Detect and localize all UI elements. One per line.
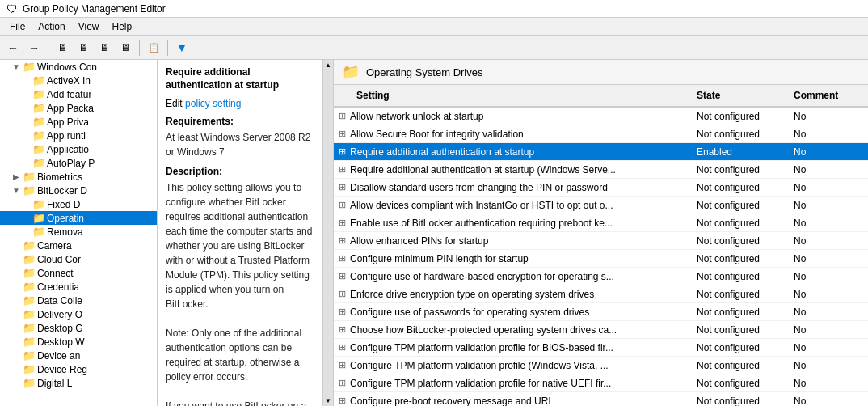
setting-name-1: Allow Secure Boot for integrity validati… xyxy=(350,129,690,140)
tree-label-add-featur: Add featur xyxy=(47,89,91,100)
tree-item-data-colle[interactable]: 📁Data Colle xyxy=(0,294,157,307)
toolbar: ← → 🖥 🖥 🖥 🖥 📋 ▼ xyxy=(0,36,868,60)
setting-row[interactable]: ⊞Disallow standard users from changing t… xyxy=(334,179,868,197)
tree-item-desktop-g[interactable]: 📁Desktop G xyxy=(0,321,157,335)
description-panel: Require additional authentication at sta… xyxy=(158,60,323,406)
desc-edit-label: Edit xyxy=(166,98,183,109)
setting-comment-16: No xyxy=(787,395,868,407)
setting-state-1: Not configured xyxy=(690,129,787,140)
setting-icon-14: ⊞ xyxy=(334,360,350,370)
toolbar-btn-1[interactable]: 🖥 xyxy=(53,38,72,57)
tree-item-add-featur[interactable]: 📁Add featur xyxy=(0,87,157,101)
folder-icon-credentia: 📁 xyxy=(23,281,36,293)
tree-item-autoplay[interactable]: 📁AutoPlay P xyxy=(0,156,157,170)
tree-item-desktop-w[interactable]: 📁Desktop W xyxy=(0,335,157,349)
setting-icon-1: ⊞ xyxy=(334,129,350,139)
tree-label-camera: Camera xyxy=(37,240,72,252)
tree-label-autoplay: AutoPlay P xyxy=(47,158,95,169)
setting-name-4: Disallow standard users from changing th… xyxy=(350,182,690,193)
tree-item-app-runti[interactable]: 📁App runti xyxy=(0,129,157,142)
setting-row[interactable]: ⊞Allow network unlock at startupNot conf… xyxy=(334,108,868,125)
menu-view[interactable]: View xyxy=(72,19,106,34)
setting-row[interactable]: ⊞Enable use of BitLocker authentication … xyxy=(334,214,868,232)
setting-state-3: Not configured xyxy=(690,164,787,176)
filter-button[interactable]: ▼ xyxy=(172,38,192,57)
tree-item-device-an[interactable]: 📁Device an xyxy=(0,349,157,362)
folder-icon-fixed-d: 📁 xyxy=(32,198,45,210)
folder-icon-connect: 📁 xyxy=(23,267,36,279)
scroll-down-icon[interactable]: ▼ xyxy=(325,397,331,404)
tree-label-desktop-w: Desktop W xyxy=(37,336,85,348)
setting-comment-8: No xyxy=(787,253,868,264)
setting-row[interactable]: ⊞Enforce drive encryption type on operat… xyxy=(334,285,868,303)
tree-item-app-packa[interactable]: 📁App Packa xyxy=(0,101,157,115)
tree-item-connect[interactable]: 📁Connect xyxy=(0,266,157,280)
menu-help[interactable]: Help xyxy=(106,19,139,34)
menu-file[interactable]: File xyxy=(3,19,32,34)
toolbar-btn-2[interactable]: 🖥 xyxy=(74,38,93,57)
setting-row[interactable]: ⊞Configure minimum PIN length for startu… xyxy=(334,250,868,268)
setting-row[interactable]: ⊞Configure TPM platform validation profi… xyxy=(334,374,868,392)
setting-icon-8: ⊞ xyxy=(334,253,350,264)
setting-row[interactable]: ⊞Configure use of passwords for operatin… xyxy=(334,303,868,321)
setting-name-9: Configure use of hardware-based encrypti… xyxy=(350,271,690,282)
setting-state-7: Not configured xyxy=(690,235,787,247)
col-header-setting[interactable]: Setting xyxy=(350,90,690,101)
tree-item-digital-l[interactable]: 📁Digital L xyxy=(0,376,157,390)
tree-label-device-an: Device an xyxy=(37,350,80,362)
tree-item-device-reg[interactable]: 📁Device Reg xyxy=(0,362,157,376)
folder-header: 📁 Operating System Drives xyxy=(334,60,868,85)
tree-item-cloud-cor[interactable]: 📁Cloud Cor xyxy=(0,252,157,266)
setting-row[interactable]: ⊞Configure pre-boot recovery message and… xyxy=(334,392,868,406)
title-bar: 🛡 Group Policy Management Editor xyxy=(0,0,868,18)
setting-state-0: Not configured xyxy=(690,111,787,122)
tree-item-bitlocker[interactable]: ▼📁BitLocker D xyxy=(0,184,157,197)
setting-name-12: Choose how BitLocker-protected operating… xyxy=(350,324,690,336)
folder-icon-remova: 📁 xyxy=(32,226,45,238)
setting-icon-5: ⊞ xyxy=(334,200,350,210)
tree-expander-bitlocker[interactable]: ▼ xyxy=(10,186,23,195)
tree-item-camera[interactable]: 📁Camera xyxy=(0,239,157,252)
setting-row[interactable]: ⊞Choose how BitLocker-protected operatin… xyxy=(334,321,868,339)
tree-label-fixed-d: Fixed D xyxy=(47,199,80,210)
setting-row[interactable]: ⊞Require additional authentication at st… xyxy=(334,143,868,161)
folder-icon-autoplay: 📁 xyxy=(32,157,45,169)
tree-item-windows-con[interactable]: ▼📁Windows Con xyxy=(0,60,157,74)
setting-row[interactable]: ⊞Configure TPM platform validation profi… xyxy=(334,339,868,357)
tree-item-fixed-d[interactable]: 📁Fixed D xyxy=(0,197,157,211)
forward-button[interactable]: → xyxy=(24,38,44,57)
setting-row[interactable]: ⊞Allow enhanced PINs for startupNot conf… xyxy=(334,232,868,250)
toolbar-btn-4[interactable]: 🖥 xyxy=(116,38,135,57)
setting-state-9: Not configured xyxy=(690,271,787,282)
desc-scroll[interactable]: ▲ ▼ xyxy=(323,60,333,406)
folder-icon-desktop-w: 📁 xyxy=(23,336,36,348)
folder-icon-bitlocker: 📁 xyxy=(23,184,36,197)
setting-row[interactable]: ⊞Require additional authentication at st… xyxy=(334,161,868,179)
tree-item-applicatio[interactable]: 📁Applicatio xyxy=(0,142,157,156)
desc-policy-link[interactable]: policy setting xyxy=(185,98,241,109)
tree-item-credentia[interactable]: 📁Credentia xyxy=(0,280,157,294)
properties-button[interactable]: 📋 xyxy=(144,38,163,57)
back-button[interactable]: ← xyxy=(3,38,23,57)
setting-row[interactable]: ⊞Allow devices compliant with InstantGo … xyxy=(334,197,868,214)
col-header-comment[interactable]: Comment xyxy=(787,90,868,101)
tree-expander-biometrics[interactable]: ▶ xyxy=(10,172,23,181)
setting-row[interactable]: ⊞Configure TPM platform validation profi… xyxy=(334,357,868,374)
tree-item-biometrics[interactable]: ▶📁Biometrics xyxy=(0,170,157,184)
tree-item-delivery-o[interactable]: 📁Delivery O xyxy=(0,307,157,321)
scroll-up-icon[interactable]: ▲ xyxy=(325,61,331,69)
tree-item-operatin[interactable]: 📁Operatin xyxy=(0,211,157,225)
tree-expander-windows-con[interactable]: ▼ xyxy=(10,62,23,71)
tree-item-activex[interactable]: 📁ActiveX In xyxy=(0,74,157,87)
toolbar-btn-3[interactable]: 🖥 xyxy=(95,38,114,57)
folder-icon-digital-l: 📁 xyxy=(23,377,36,389)
desc-title: Require additional authentication at sta… xyxy=(166,66,314,91)
setting-row[interactable]: ⊞Allow Secure Boot for integrity validat… xyxy=(334,125,868,143)
col-header-state[interactable]: State xyxy=(690,90,787,101)
setting-name-10: Enforce drive encryption type on operati… xyxy=(350,289,690,300)
tree-item-app-priva[interactable]: 📁App Priva xyxy=(0,115,157,129)
menu-action[interactable]: Action xyxy=(32,19,71,34)
setting-row[interactable]: ⊞Configure use of hardware-based encrypt… xyxy=(334,268,868,285)
setting-icon-2: ⊞ xyxy=(334,146,350,157)
tree-item-remova[interactable]: 📁Remova xyxy=(0,225,157,239)
